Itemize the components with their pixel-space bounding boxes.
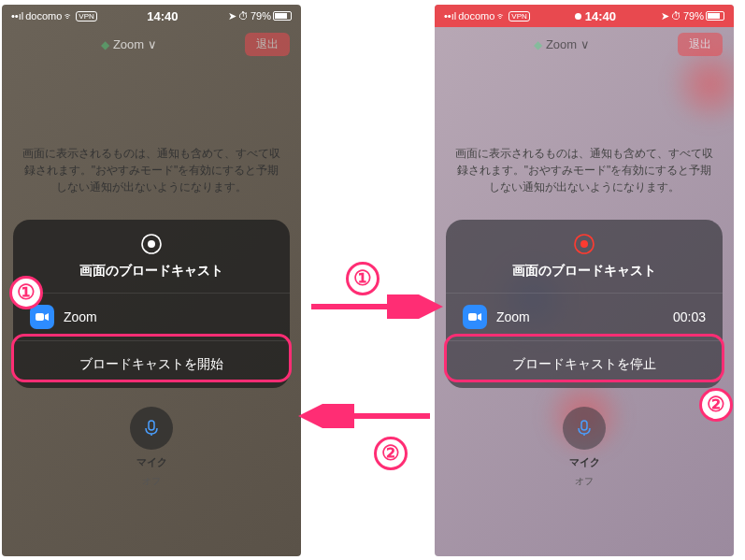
mic-toggle[interactable] <box>130 407 173 450</box>
svg-rect-2 <box>36 313 44 321</box>
record-icon-active <box>446 233 723 255</box>
exit-button[interactable]: 退出 <box>678 33 723 56</box>
alarm-icon: ⏱ <box>671 10 681 22</box>
record-icon <box>13 233 290 255</box>
svg-rect-3 <box>149 421 154 430</box>
carrier: docomo <box>458 10 494 22</box>
zoom-label: Zoom <box>64 309 273 324</box>
battery-icon <box>706 11 724 21</box>
broadcast-title: 画面のブロードキャスト <box>446 263 723 280</box>
app-title: Zoom ∨ <box>546 37 590 51</box>
mic-label: マイク <box>136 455 167 469</box>
arrow-left <box>290 404 430 428</box>
mic-state: オフ <box>575 475 594 488</box>
mic-toggle[interactable] <box>563 407 606 450</box>
annotation-badge-1: ① <box>9 276 43 309</box>
broadcast-title: 画面のブロードキャスト <box>13 263 290 280</box>
zoom-icon <box>30 305 54 329</box>
zoom-header: ◆ Zoom ∨ 退出 <box>2 27 301 61</box>
mic-section: マイク オフ <box>2 407 301 488</box>
recording-indicator[interactable]: 14:40 <box>575 9 616 23</box>
status-bar: ••ıl docomo ᯤ VPN 14:40 ➤ ⏱ 79% <box>2 5 301 27</box>
shield-icon: ◆ <box>101 38 109 51</box>
mic-icon <box>142 419 161 438</box>
nav-icon: ➤ <box>661 10 669 22</box>
wifi-icon: ᯤ <box>496 10 507 22</box>
carrier: docomo <box>25 10 62 22</box>
svg-point-5 <box>580 240 588 248</box>
battery-text: 79% <box>683 10 704 22</box>
signal-icon: ••ıl <box>444 10 456 22</box>
zoom-icon <box>463 305 487 329</box>
highlight-stop-button <box>444 334 724 382</box>
annotation-badge-2: ② <box>374 437 408 470</box>
status-bar-recording: ••ıl docomo ᯤ VPN 14:40 ➤ ⏱ 79% <box>435 5 734 27</box>
info-text: 画面に表示されるものは、通知も含めて、すべて収録されます。"おやすみモード"を有… <box>435 145 734 195</box>
battery-text: 79% <box>251 10 271 22</box>
mic-state: オフ <box>142 475 161 488</box>
nav-icon: ➤ <box>228 10 236 22</box>
signal-icon: ••ıl <box>11 10 23 22</box>
info-text: 画面に表示されるものは、通知も含めて、すべて収録されます。"おやすみモード"を有… <box>2 145 301 195</box>
highlight-start-button <box>11 334 292 382</box>
exit-button[interactable]: 退出 <box>245 33 290 56</box>
vpn-badge: VPN <box>76 11 96 22</box>
arrow-right <box>311 294 451 319</box>
svg-rect-6 <box>468 313 477 321</box>
alarm-icon: ⏱ <box>238 10 249 22</box>
rec-dot-icon <box>575 13 581 20</box>
mic-label: マイク <box>569 455 600 469</box>
screenshot-before: ••ıl docomo ᯤ VPN 14:40 ➤ ⏱ 79% ◆ Zoom ∨… <box>2 5 301 556</box>
wifi-icon: ᯤ <box>64 10 74 22</box>
mic-section: マイク オフ <box>435 407 734 488</box>
annotation-badge-1: ① <box>346 262 380 295</box>
zoom-label: Zoom <box>496 309 664 324</box>
battery-icon <box>273 11 292 21</box>
clock: 14:40 <box>585 9 616 23</box>
vpn-badge: VPN <box>509 11 529 22</box>
broadcast-timer: 00:03 <box>673 309 706 324</box>
clock: 14:40 <box>147 9 178 23</box>
screenshot-after: ••ıl docomo ᯤ VPN 14:40 ➤ ⏱ 79% ◆ Zoom ∨… <box>435 5 734 556</box>
shield-icon: ◆ <box>534 38 542 51</box>
mic-icon <box>575 419 594 438</box>
svg-rect-7 <box>581 421 587 430</box>
app-title: Zoom ∨ <box>113 37 157 51</box>
svg-point-1 <box>148 240 155 248</box>
annotation-badge-2: ② <box>699 388 733 422</box>
